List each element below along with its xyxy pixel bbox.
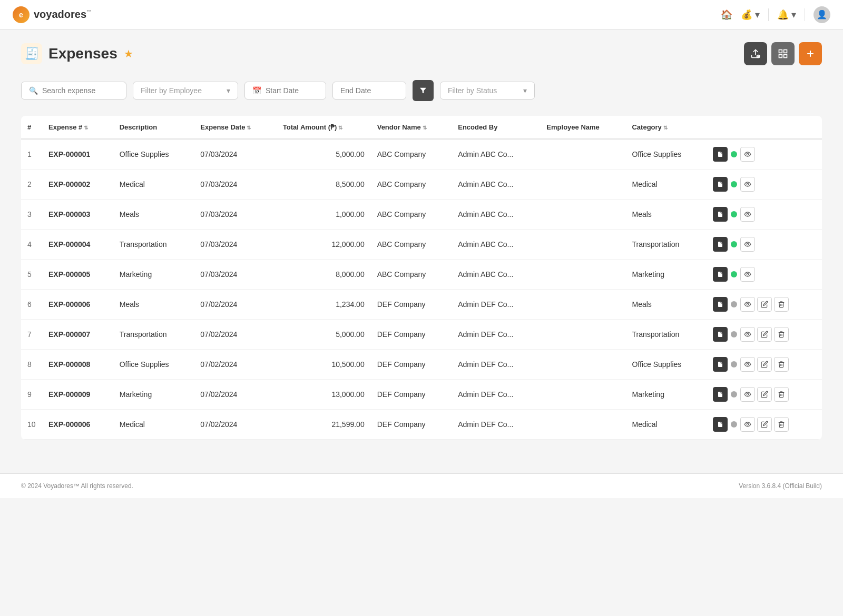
employee-name	[540, 260, 625, 290]
edit-button[interactable]	[757, 387, 772, 402]
start-date-input[interactable]	[266, 86, 318, 95]
col-employee: Employee Name	[540, 116, 625, 139]
icon-cell	[713, 297, 816, 312]
svg-point-15	[747, 363, 749, 365]
expenses-table-container: # Expense # Description Expense Date Tot…	[21, 116, 822, 440]
actions-cell	[740, 297, 789, 312]
row-actions	[707, 230, 822, 260]
icon-cell	[713, 417, 816, 432]
status-dot	[731, 241, 737, 247]
document-icon-button[interactable]	[713, 387, 728, 402]
total-amount: 5,000.00	[277, 139, 371, 170]
document-icon-button[interactable]	[713, 357, 728, 372]
col-num: #	[21, 116, 42, 139]
svg-point-14	[747, 333, 749, 335]
home-button[interactable]: 🏠	[721, 9, 732, 21]
document-icon-button[interactable]	[713, 417, 728, 432]
delete-button[interactable]	[774, 387, 789, 402]
edit-button[interactable]	[757, 357, 772, 372]
status-dot	[731, 421, 737, 428]
view-button[interactable]	[740, 387, 755, 402]
col-vendor[interactable]: Vendor Name	[371, 116, 452, 139]
edit-button[interactable]	[757, 297, 772, 312]
notifications-button[interactable]: 🔔 ▾	[777, 9, 796, 21]
vendor-name: ABC Company	[371, 260, 452, 290]
expense-number: EXP-000008	[42, 350, 113, 380]
wallet-button[interactable]: 💰 ▾	[741, 9, 760, 21]
search-icon: 🔍	[29, 86, 38, 95]
grid-view-button[interactable]	[771, 42, 795, 65]
document-icon-button[interactable]	[713, 177, 728, 192]
delete-button[interactable]	[774, 297, 789, 312]
col-category[interactable]: Category	[625, 116, 707, 139]
delete-button[interactable]	[774, 357, 789, 372]
row-actions	[707, 170, 822, 200]
total-amount: 13,000.00	[277, 380, 371, 410]
document-icon-button[interactable]	[713, 237, 728, 252]
edit-button[interactable]	[757, 327, 772, 342]
expense-date: 07/02/2024	[194, 380, 276, 410]
col-amount[interactable]: Total Amount (₱)	[277, 116, 371, 139]
view-button[interactable]	[740, 417, 755, 432]
document-icon-button[interactable]	[713, 207, 728, 222]
row-num: 8	[21, 350, 42, 380]
total-amount: 5,000.00	[277, 320, 371, 350]
filter-apply-button[interactable]	[413, 80, 434, 101]
delete-button[interactable]	[774, 417, 789, 432]
view-button[interactable]	[740, 357, 755, 372]
document-icon-button[interactable]	[713, 267, 728, 282]
employee-filter[interactable]: Filter by Employee ▾	[133, 82, 238, 100]
page-footer: © 2024 Voyadores™ All rights reserved. V…	[0, 473, 843, 498]
view-button[interactable]	[740, 267, 755, 282]
page-content: 🧾 Expenses ★	[0, 29, 843, 452]
employee-name	[540, 380, 625, 410]
actions-cell	[740, 237, 755, 252]
encoded-by: Admin ABC Co...	[452, 139, 540, 170]
total-amount: 1,234.00	[277, 290, 371, 320]
delete-button[interactable]	[774, 327, 789, 342]
view-button[interactable]	[740, 177, 755, 192]
nav-divider-2	[805, 8, 805, 21]
page-title: Expenses	[48, 45, 117, 62]
end-date-input[interactable]	[340, 86, 393, 95]
status-filter[interactable]: Filter by Status ▾	[440, 82, 535, 100]
favorite-star[interactable]: ★	[124, 47, 133, 60]
employee-name	[540, 410, 625, 440]
expense-number: EXP-000009	[42, 380, 113, 410]
row-num: 2	[21, 170, 42, 200]
icon-cell	[713, 267, 816, 282]
actions-cell	[740, 177, 755, 192]
navbar-left: e voyadores™	[13, 6, 92, 23]
col-expense-num[interactable]: Expense #	[42, 116, 113, 139]
upload-button[interactable]	[744, 42, 767, 65]
vendor-name: ABC Company	[371, 170, 452, 200]
icon-cell	[713, 357, 816, 372]
view-button[interactable]	[740, 297, 755, 312]
view-button[interactable]	[740, 327, 755, 342]
description: Meals	[113, 290, 194, 320]
calendar-icon: 📅	[252, 86, 261, 95]
table-row: 1 EXP-000001 Office Supplies 07/03/2024 …	[21, 139, 822, 170]
document-icon-button[interactable]	[713, 147, 728, 162]
col-date[interactable]: Expense Date	[194, 116, 276, 139]
add-expense-button[interactable]	[799, 42, 822, 65]
category: Medical	[625, 410, 707, 440]
actions-cell	[740, 417, 789, 432]
col-description: Description	[113, 116, 194, 139]
user-avatar[interactable]: 👤	[813, 6, 830, 23]
status-dot	[731, 331, 737, 337]
view-button[interactable]	[740, 207, 755, 222]
edit-button[interactable]	[757, 417, 772, 432]
row-actions	[707, 410, 822, 440]
encoded-by: Admin DEF Co...	[452, 290, 540, 320]
total-amount: 10,500.00	[277, 350, 371, 380]
document-icon-button[interactable]	[713, 297, 728, 312]
description: Meals	[113, 200, 194, 230]
row-num: 3	[21, 200, 42, 230]
chevron-down-icon: ▾	[227, 86, 230, 95]
search-input[interactable]	[42, 86, 116, 95]
row-num: 5	[21, 260, 42, 290]
view-button[interactable]	[740, 147, 755, 162]
view-button[interactable]	[740, 237, 755, 252]
document-icon-button[interactable]	[713, 327, 728, 342]
